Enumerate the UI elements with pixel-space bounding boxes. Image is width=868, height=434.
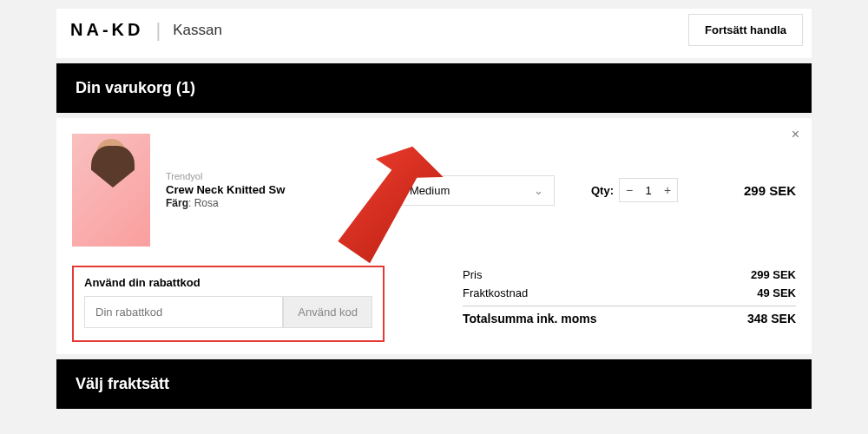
promo-title: Använd din rabattkod <box>84 276 372 289</box>
apply-promo-button[interactable]: Använd kod <box>283 296 372 328</box>
order-summary: Pris 299 SEK Fraktkostnad 49 SEK Totalsu… <box>463 266 796 328</box>
cart-section-header: Din varukorg (1) <box>56 63 812 113</box>
summary-price-label: Pris <box>463 268 482 281</box>
top-bar: NA-KD | Kassan Fortsätt handla <box>56 9 812 58</box>
size-select[interactable]: Medium ⌄ <box>398 175 555 206</box>
summary-price-value: 299 SEK <box>751 268 796 281</box>
shipping-section-header: Välj fraktsätt <box>56 359 812 409</box>
qty-value: 1 <box>639 184 658 197</box>
item-price: 299 SEK <box>744 183 796 198</box>
chevron-down-icon: ⌄ <box>534 184 543 197</box>
qty-label: Qty: <box>591 184 614 197</box>
product-color: Färg: Rosa <box>166 197 348 209</box>
brand-separator: | <box>155 19 161 42</box>
summary-shipping-label: Fraktkostnad <box>463 286 528 299</box>
product-thumbnail[interactable] <box>72 134 150 247</box>
summary-shipping-value: 49 SEK <box>757 286 796 299</box>
summary-total-value: 348 SEK <box>747 312 796 326</box>
continue-shopping-button[interactable]: Fortsätt handla <box>688 14 803 46</box>
qty-decrease-button[interactable]: − <box>620 179 639 201</box>
qty-increase-button[interactable]: + <box>658 179 677 201</box>
cart-panel: × Trendyol Crew Neck Knitted Sw Färg: Ro… <box>56 118 812 354</box>
brand-logo[interactable]: NA-KD <box>70 20 143 40</box>
product-name[interactable]: Crew Neck Knitted Sw <box>166 183 348 196</box>
size-selected-value: Medium <box>410 184 450 197</box>
cart-item-row: Trendyol Crew Neck Knitted Sw Färg: Rosa… <box>72 134 796 247</box>
product-brand: Trendyol <box>166 171 348 181</box>
promo-code-input[interactable] <box>84 296 283 328</box>
summary-total-label: Totalsumma ink. moms <box>463 312 597 326</box>
quantity-stepper: − 1 + <box>619 178 678 202</box>
page-title: Kassan <box>173 22 222 39</box>
promo-code-box: Använd din rabattkod Använd kod <box>72 266 385 342</box>
